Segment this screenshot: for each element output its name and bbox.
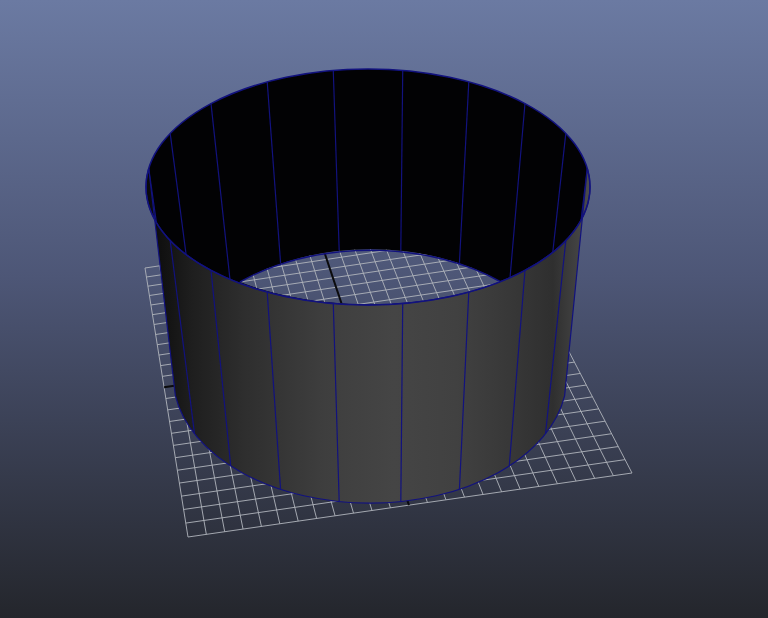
perspective-viewport-canvas[interactable]: [0, 0, 768, 618]
viewport-frame: [0, 0, 768, 618]
